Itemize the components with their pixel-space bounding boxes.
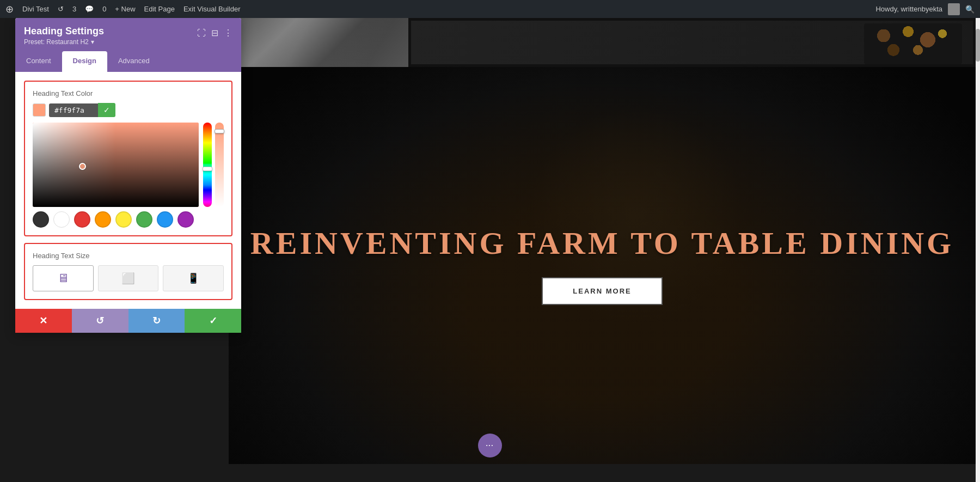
color-section-label: Heading Text Color — [33, 89, 224, 97]
size-section-label: Heading Text Size — [33, 252, 224, 260]
revisions-icon: ↺ — [58, 5, 64, 13]
avatar — [948, 3, 960, 15]
site-name[interactable]: Divi Test — [22, 5, 49, 13]
preset-label: Preset: Restaurant H2 — [24, 38, 89, 46]
panel-content: Heading Text Color ✓ — [15, 72, 241, 309]
redo-button[interactable]: ↻ — [128, 309, 185, 333]
tab-advanced[interactable]: Advanced — [107, 51, 161, 72]
swatch-black[interactable] — [33, 211, 49, 228]
exit-builder-button[interactable]: Exit Visual Builder — [183, 5, 241, 13]
dots-icon: ••• — [486, 443, 494, 448]
tablet-icon: ⬜ — [121, 272, 135, 285]
color-sliders — [203, 123, 224, 207]
top-image-strip — [229, 18, 976, 67]
preset-dropdown-icon[interactable]: ▾ — [91, 38, 94, 46]
gradient-inner — [33, 123, 199, 207]
swatch-yellow[interactable] — [115, 211, 132, 228]
mobile-icon: 📱 — [187, 272, 199, 284]
hex-input-row: ✓ — [33, 103, 224, 117]
settings-panel: Heading Settings Preset: Restaurant H2 ▾… — [15, 18, 241, 333]
panel-header: Heading Settings Preset: Restaurant H2 ▾… — [15, 18, 241, 51]
more-options-icon[interactable]: ⋮ — [224, 28, 232, 38]
swatch-purple[interactable] — [177, 211, 194, 228]
mobile-size-button[interactable]: 📱 — [163, 265, 224, 291]
hex-input[interactable] — [49, 103, 98, 117]
hero-section: REINVENTING FARM TO TABLE DINING LEARN M… — [229, 67, 976, 464]
search-icon[interactable]: 🔍 — [965, 5, 975, 14]
swatch-white[interactable] — [53, 211, 70, 228]
fullscreen-icon[interactable]: ⛶ — [197, 28, 206, 38]
hero-heading: REINVENTING FARM TO TABLE DINING — [250, 226, 954, 261]
panel-footer: ✕ ↺ ↻ ✓ — [15, 309, 241, 333]
save-button[interactable]: ✓ — [185, 309, 241, 333]
alpha-slider[interactable] — [215, 123, 224, 207]
scrollbar[interactable] — [976, 18, 980, 482]
comments-count[interactable]: 0 — [102, 5, 106, 13]
panel-tabs: Content Design Advanced — [15, 51, 241, 72]
columns-icon[interactable]: ⊟ — [211, 28, 218, 38]
hex-confirm-button[interactable]: ✓ — [98, 103, 115, 117]
color-swatches — [33, 211, 224, 228]
user-greeting: Howdy, writtenbyekta — [875, 5, 942, 13]
hue-slider[interactable] — [203, 123, 212, 207]
color-gradient-area — [33, 123, 224, 207]
new-button[interactable]: + New — [115, 5, 135, 13]
top-image-left — [229, 18, 408, 67]
hero-content: REINVENTING FARM TO TABLE DINING LEARN M… — [250, 226, 954, 305]
tab-content[interactable]: Content — [15, 51, 62, 72]
admin-bar: ⊕ Divi Test ↺ 3 💬 0 + New Edit Page Exit… — [0, 0, 980, 18]
color-preview — [33, 103, 46, 117]
comments-icon: 💬 — [85, 5, 94, 13]
swatch-orange[interactable] — [95, 211, 111, 228]
color-picker-section: Heading Text Color ✓ — [24, 81, 232, 236]
hue-slider-handle — [203, 167, 212, 171]
color-gradient-canvas[interactable] — [33, 123, 199, 207]
panel-title: Heading Settings — [24, 26, 104, 37]
scroll-thumb — [976, 29, 980, 62]
swatch-green[interactable] — [136, 211, 152, 228]
tablet-size-button[interactable]: ⬜ — [98, 265, 159, 291]
revisions-count[interactable]: 3 — [72, 5, 76, 13]
edit-page-button[interactable]: Edit Page — [144, 5, 175, 13]
tab-design[interactable]: Design — [62, 51, 107, 72]
size-device-buttons: 🖥 ⬜ 📱 — [33, 265, 224, 291]
cancel-button[interactable]: ✕ — [15, 309, 72, 333]
top-image-right — [408, 18, 976, 67]
learn-more-button[interactable]: LEARN MORE — [542, 277, 662, 305]
wordpress-logo-icon[interactable]: ⊕ — [5, 3, 14, 15]
alpha-slider-handle — [215, 129, 224, 133]
swatch-blue[interactable] — [157, 211, 173, 228]
undo-button[interactable]: ↺ — [72, 309, 128, 333]
floating-dots-button[interactable]: ••• — [478, 434, 502, 457]
text-size-section: Heading Text Size 🖥 ⬜ 📱 — [24, 243, 232, 300]
desktop-size-button[interactable]: 🖥 — [33, 265, 94, 291]
swatch-red[interactable] — [74, 211, 90, 228]
desktop-icon: 🖥 — [57, 271, 69, 285]
